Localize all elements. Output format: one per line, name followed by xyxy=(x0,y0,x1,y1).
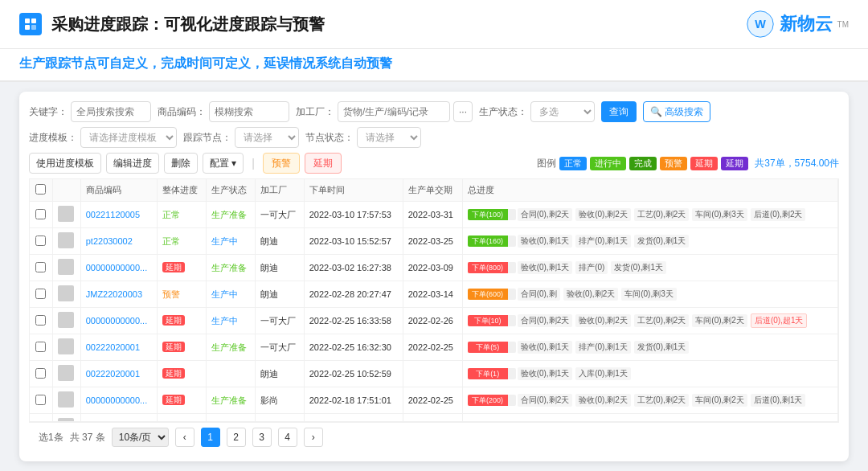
progress-content: 下单(100) 合同(0),剩2天验收(0),剩2天工艺(0),剩2天车间(0)… xyxy=(468,208,833,221)
factory-cell: 朗迪 xyxy=(255,361,304,387)
overall-progress-delay: 延期 xyxy=(162,315,185,326)
advanced-search-button[interactable]: 🔍 高级搜索 xyxy=(643,101,710,122)
node-select[interactable]: 请选择 xyxy=(235,127,299,148)
overall-progress-normal: 正常 xyxy=(162,210,180,219)
row-checkbox[interactable] xyxy=(35,289,46,299)
logo-tm: TM xyxy=(837,20,849,29)
pagination-row: 选1条 共 37 条 10条/页 20条/页 50条/页 ‹ 1 2 3 4 › xyxy=(29,422,839,452)
step-item: 车间(0),剩2天 xyxy=(692,314,747,327)
row-checkbox[interactable] xyxy=(35,342,46,352)
product-thumbnail xyxy=(58,232,74,248)
badge-warning[interactable]: 预警 xyxy=(660,157,687,170)
step-item: 验收(0),剩2天 xyxy=(563,288,619,301)
status-select[interactable]: 多选 xyxy=(530,101,595,122)
step-item: 车间(0),剩3天 xyxy=(692,208,747,221)
stats-area: 图例 正常 进行中 完成 预警 延期 延期 共37单，5754.00件 xyxy=(537,157,839,170)
config-button[interactable]: 配置 ▾ xyxy=(203,153,244,174)
total-progress-cell: 下单(200) 合同(0),剩2天验收(0),剩2天工艺(0),剩2天车间(0)… xyxy=(462,387,837,414)
filter-node-status-group: 节点状态： 请选择 xyxy=(305,127,421,148)
product-code-link[interactable]: 00222020001 xyxy=(86,342,140,352)
svg-text:W: W xyxy=(755,18,766,31)
product-code-link[interactable]: 00000000000... xyxy=(86,395,147,405)
step-item: 发货(0),剩1天 xyxy=(634,235,690,248)
page-size-select[interactable]: 10条/页 20条/页 50条/页 xyxy=(112,428,169,447)
stats-label: 图例 xyxy=(537,157,556,170)
filter-node-group: 跟踪节点： 请选择 xyxy=(183,127,299,148)
total-progress-cell: 下单(1) 验收(0),剩1天入库(0),剩1天 xyxy=(462,361,837,387)
progress-select[interactable]: 请选择进度模板 xyxy=(80,127,177,148)
col-total-progress: 总进度 xyxy=(462,179,837,202)
page-4-btn[interactable]: 4 xyxy=(278,428,297,447)
product-code-link[interactable]: JMZ22020003 xyxy=(86,289,142,299)
product-code-link[interactable]: 00000000000... xyxy=(86,316,147,326)
product-code-link[interactable]: 00222020001 xyxy=(86,369,140,379)
overall-progress-delay: 延期 xyxy=(162,262,185,272)
product-code-link[interactable]: pt22030002 xyxy=(86,236,133,246)
query-button[interactable]: 查询 xyxy=(601,101,637,122)
step-item: 排产(0),剩1天 xyxy=(575,235,631,248)
select-all-checkbox[interactable] xyxy=(35,184,46,195)
row-checkbox[interactable] xyxy=(35,368,46,379)
order-time-cell: 2022-02-17 15:09:59 xyxy=(304,414,403,423)
factory-label: 加工厂： xyxy=(296,105,334,119)
data-table-container[interactable]: 商品编码 整体进度 生产状态 加工厂 下单时间 生产单交期 总进度 002211… xyxy=(29,178,839,422)
order-time-cell: 2022-02-25 10:52:59 xyxy=(304,361,403,387)
step-item: 发货(0),剩1天 xyxy=(634,341,690,354)
order-time-cell: 2022-03-10 17:57:53 xyxy=(304,202,403,228)
product-code-label: 商品编码： xyxy=(158,105,206,119)
factory-input[interactable] xyxy=(338,101,450,122)
delay-tab-button[interactable]: 延期 xyxy=(305,153,342,174)
step-item: 合同(0),剩2天 xyxy=(518,208,573,221)
warning-tab-button[interactable]: 预警 xyxy=(263,153,300,174)
badge-delay2[interactable]: 延期 xyxy=(721,157,748,170)
table-row: 00222020001延期朗迪2022-02-25 10:52:59 下单(1)… xyxy=(30,361,838,387)
badge-normal[interactable]: 正常 xyxy=(559,157,587,170)
overall-progress-warning: 预警 xyxy=(162,289,180,299)
total-progress-cell xyxy=(462,414,837,423)
production-status: 生产准备 xyxy=(211,342,247,352)
product-thumbnail xyxy=(58,338,74,354)
total-progress-cell: 下单(800) 验收(0),剩1天排产(0)发货(0),剩1天 xyxy=(462,255,837,281)
delivery-cell: 2022-03-31 xyxy=(403,202,462,228)
delivery-cell: 2022-03-14 xyxy=(403,281,462,308)
svg-rect-1 xyxy=(31,18,36,23)
factory-cell: 朗迪 xyxy=(255,255,304,281)
row-checkbox[interactable] xyxy=(35,395,46,405)
delivery-cell: 2022-03-09 xyxy=(403,255,462,281)
page-3-btn[interactable]: 3 xyxy=(252,428,272,447)
header: 采购进度跟踪：可视化进度跟踪与预警 W 新物云 TM xyxy=(0,0,868,49)
use-template-button[interactable]: 使用进度模板 xyxy=(29,153,101,174)
prev-page-btn[interactable]: ‹ xyxy=(175,428,194,447)
progress-content: 下单(5) 验收(0),剩1天排产(0),剩1天发货(0),剩1天 xyxy=(468,341,833,354)
progress-bar: 下单(10) xyxy=(468,315,516,326)
product-code-link[interactable]: 00000000000... xyxy=(86,263,147,272)
keyword-input[interactable] xyxy=(71,101,151,122)
edit-progress-button[interactable]: 编辑进度 xyxy=(106,153,159,174)
filter-progress-group: 进度模板： 请选择进度模板 xyxy=(29,127,177,148)
page-2-btn[interactable]: 2 xyxy=(227,428,246,447)
product-code-link[interactable]: 00221120005 xyxy=(86,210,140,219)
filter-factory-group: 加工厂： ··· xyxy=(296,101,473,122)
step-item: 验收(0),剩1天 xyxy=(518,261,573,274)
step-item: 工艺(0),剩2天 xyxy=(634,208,690,221)
badge-delay[interactable]: 延期 xyxy=(690,157,718,170)
progress-bar: 下单(5) xyxy=(468,342,516,353)
next-page-btn[interactable]: › xyxy=(304,428,323,447)
row-checkbox[interactable] xyxy=(35,209,46,219)
badge-in-progress[interactable]: 进行中 xyxy=(590,157,626,170)
factory-dots-btn[interactable]: ··· xyxy=(453,101,473,122)
row-checkbox[interactable] xyxy=(35,315,46,326)
page-1-btn[interactable]: 1 xyxy=(201,428,220,447)
node-status-select[interactable]: 请选择 xyxy=(357,127,421,148)
progress-bar: 下单(200) xyxy=(468,395,516,406)
row-checkbox[interactable] xyxy=(35,236,46,246)
row-checkbox[interactable] xyxy=(35,262,46,272)
product-thumbnail xyxy=(58,285,74,301)
step-item: 合同(0),剩2天 xyxy=(518,314,573,327)
badge-done[interactable]: 完成 xyxy=(629,157,657,170)
progress-bar-inner: 下单(1) xyxy=(468,368,508,379)
delete-button[interactable]: 删除 xyxy=(164,153,198,174)
table-row: JMZ22020003预警生产中朗迪2022-02-28 20:27:47202… xyxy=(30,281,838,308)
product-code-input[interactable] xyxy=(209,101,289,122)
logo-text: 新物云 xyxy=(780,12,833,36)
